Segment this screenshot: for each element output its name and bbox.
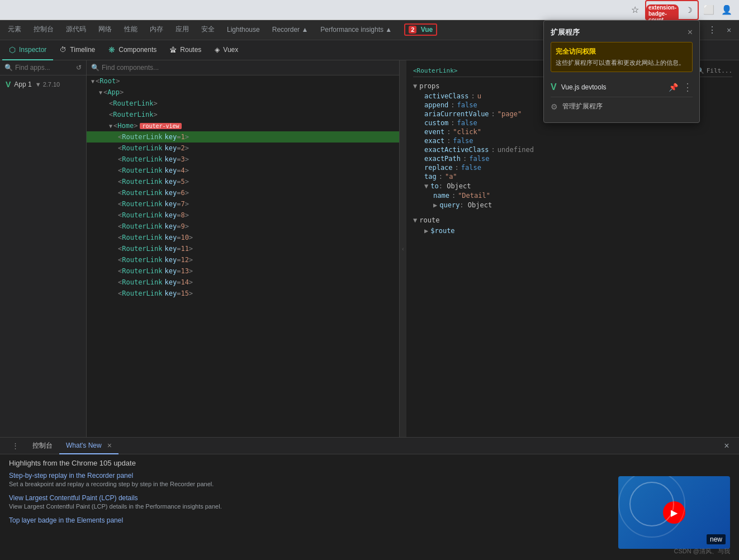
vue-ext-logo: V <box>551 82 557 92</box>
tree-node-routerlink-key15[interactable]: <RouterLink key=15 > <box>87 288 399 299</box>
tree-node-root[interactable]: ▼ <Root> <box>87 75 399 87</box>
popup-header: 扩展程序 × <box>551 27 693 37</box>
close-devtools-icon[interactable]: × <box>721 22 737 38</box>
component-tree-panel: 🔍 ▼ <Root> ▼ <App> <box>87 60 400 437</box>
nav-lighthouse[interactable]: Lighthouse <box>221 20 266 40</box>
tree-arrow: ▼ <box>91 78 94 84</box>
breadcrumb-routerlink: <RouterLink> <box>413 67 457 74</box>
route-label: route <box>419 216 439 224</box>
tab-routes[interactable]: 🛣 Routes <box>163 40 208 60</box>
close-bottom-panel[interactable]: × <box>719 438 735 454</box>
nav-performance[interactable]: 性能 <box>119 20 143 40</box>
tree-node-routerlink-key10[interactable]: <RouterLink key=10 > <box>87 232 399 243</box>
popup-close-icon[interactable]: × <box>688 27 693 37</box>
news-link-1[interactable]: Step-by-step replay in the Recorder pane… <box>9 472 133 480</box>
nav-performance-insights[interactable]: Performance insights ▲ <box>315 20 397 40</box>
tree-node-routerlink-key12[interactable]: <RouterLink key=12 > <box>87 254 399 265</box>
find-apps-input[interactable] <box>15 64 74 72</box>
tree-node-routerlink-2[interactable]: <RouterLink> <box>87 109 399 120</box>
panel-resize-handle[interactable]: ‹ <box>400 60 406 437</box>
ext-item-vue: V Vue.js devtools 📌 ⋮ <box>551 78 693 97</box>
window-icon[interactable]: ⬜ <box>701 2 717 18</box>
tree-node-routerlink-key5[interactable]: <RouterLink key=5 > <box>87 176 399 187</box>
more-menu-icon[interactable]: ⋮ <box>704 22 720 38</box>
inspector-icon: ⬡ <box>9 45 16 54</box>
route-title[interactable]: ▼ route <box>413 215 732 226</box>
prop-exact: exact: false <box>413 136 732 145</box>
tab-timeline[interactable]: ⏱ Timeline <box>53 40 102 60</box>
nav-elements[interactable]: 元素 <box>2 20 27 40</box>
sroute-arrow: ▶ <box>424 227 428 235</box>
news-item-3: Top layer badge in the Elements panel <box>9 516 607 524</box>
find-components-input[interactable] <box>102 64 395 72</box>
prop-exactpath: exactPath: false <box>413 154 732 163</box>
ext-more-icon[interactable]: ⋮ <box>683 81 693 93</box>
tree-node-routerlink-key4[interactable]: <RouterLink key=4 > <box>87 165 399 176</box>
tab-whats-new-label: What's New <box>66 442 102 449</box>
to-arrow: ▼ <box>424 182 428 190</box>
search-icon: 🔍 <box>4 64 13 72</box>
find-apps-search: 🔍 ↺ <box>0 60 86 75</box>
gear-icon: ⚙ <box>551 102 558 111</box>
nav-network[interactable]: 网络 <box>93 20 117 40</box>
more-bottom-icon[interactable]: ⋮ <box>9 440 21 452</box>
nav-vue[interactable]: 2 Vue <box>399 20 443 40</box>
bottom-left-icons: ⋮ <box>4 440 26 452</box>
tab-console-bottom[interactable]: 控制台 <box>26 438 59 454</box>
tab-whats-new[interactable]: What's New × <box>59 438 119 454</box>
tree-node-routerlink-key13[interactable]: <RouterLink key=13 > <box>87 265 399 277</box>
ext-pin-icon[interactable]: 📌 <box>669 83 678 92</box>
nav-recorder[interactable]: Recorder ▲ <box>267 20 314 40</box>
popup-warning-text: 这些扩展程序可以查看和更改此网站上的信息。 <box>556 59 688 67</box>
ext-item-name: Vue.js devtools <box>561 83 664 91</box>
tree-node-routerlink-key3[interactable]: <RouterLink key=3 > <box>87 154 399 165</box>
prop-to-expand[interactable]: ▼ to: Object <box>413 181 732 191</box>
route-sub[interactable]: ▶ $route <box>413 226 732 236</box>
tree-node-routerlink-key6[interactable]: <RouterLink key=6 > <box>87 187 399 198</box>
prop-replace: replace: false <box>413 163 732 172</box>
nav-memory[interactable]: 内存 <box>144 20 169 40</box>
app-item[interactable]: V App 1 ▼ 2.7.10 <box>0 75 86 93</box>
tab-console-label: 控制台 <box>32 441 53 450</box>
tab-inspector[interactable]: ⬡ Inspector <box>2 40 53 60</box>
tree-node-routerlink-key9[interactable]: <RouterLink key=9 > <box>87 221 399 232</box>
nav-console[interactable]: 控制台 <box>28 20 59 40</box>
close-whats-new[interactable]: × <box>107 441 112 450</box>
query-label: query: Object <box>439 201 492 209</box>
sroute-label: $route <box>430 227 454 235</box>
theme-icon[interactable]: ☽ <box>681 2 697 18</box>
tree-node-routerlink-key7[interactable]: <RouterLink key=7 > <box>87 198 399 210</box>
tree-node-routerlink-key14[interactable]: <RouterLink key=14 > <box>87 277 399 288</box>
nav-sources[interactable]: 源代码 <box>60 20 92 40</box>
search-icon-tree: 🔍 <box>91 64 100 72</box>
refresh-icon[interactable]: ↺ <box>76 64 82 72</box>
news-link-2[interactable]: View Largest Contentful Paint (LCP) deta… <box>9 494 138 502</box>
tab-components-label: Components <box>119 46 157 54</box>
profile-icon[interactable]: 👤 <box>719 2 735 18</box>
nav-application[interactable]: 应用 <box>170 20 195 40</box>
tree-node-routerlink-key1[interactable]: <RouterLink key=1 > <box>87 131 399 143</box>
tab-inspector-label: Inspector <box>19 46 46 54</box>
vue-logo: V <box>6 80 11 89</box>
tree-node-routerlink-1[interactable]: <RouterLink> <box>87 98 399 109</box>
tree-node-routerlink-key11[interactable]: <RouterLink key=11 > <box>87 243 399 254</box>
prop-event: event: "click" <box>413 127 732 136</box>
tree-node-app[interactable]: ▼ <App> <box>87 87 399 98</box>
props-label: props <box>419 82 439 90</box>
tab-vuex[interactable]: ◈ Vuex <box>208 40 245 60</box>
tab-components[interactable]: ❋ Components <box>102 40 163 60</box>
tree-node-home[interactable]: ▼ <Home> router-view <box>87 120 399 131</box>
nav-security[interactable]: 安全 <box>196 20 220 40</box>
query-arrow: ▶ <box>433 201 437 209</box>
component-tree: ▼ <Root> ▼ <App> <RouterLink> <box>87 75 399 437</box>
manage-extensions[interactable]: ⚙ 管理扩展程序 <box>551 97 693 116</box>
bottom-panel: ⋮ 控制台 What's New × × Highlights from the… <box>0 437 739 560</box>
app-version: ▼ 2.7.10 <box>35 81 60 88</box>
tree-node-routerlink-key8[interactable]: <RouterLink key=8 > <box>87 210 399 221</box>
news-link-3[interactable]: Top layer badge in the Elements panel <box>9 516 123 524</box>
bookmark-icon[interactable]: ☆ <box>627 2 643 18</box>
chrome-top-bar: ☆ ⚙ ▼ extension-badge-count ☽ ⬜ 👤 <box>0 0 739 20</box>
video-thumbnail[interactable]: ▶ new <box>618 476 730 549</box>
tree-node-routerlink-key2[interactable]: <RouterLink key=2 > <box>87 143 399 154</box>
prop-to-query[interactable]: ▶ query: Object <box>413 200 732 210</box>
